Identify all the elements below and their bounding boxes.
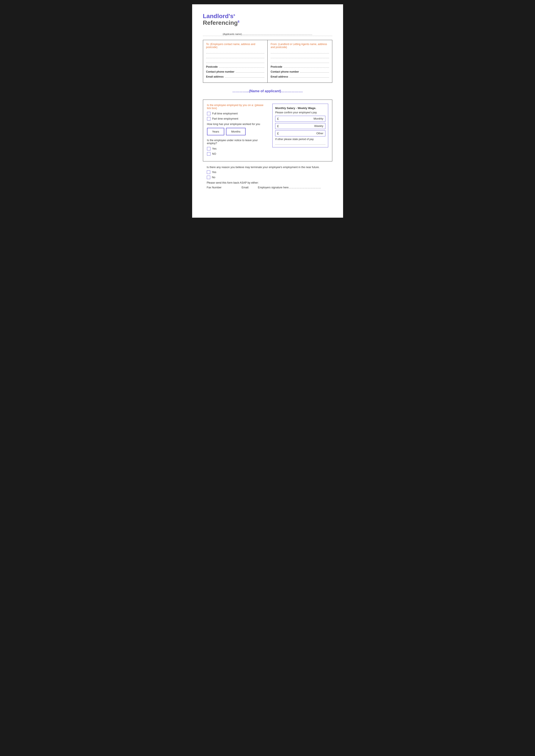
- monthly-label: Monthly: [314, 117, 324, 120]
- name-of-applicant: …………...(Name of applicant)……………….: [203, 89, 332, 93]
- to-phone-row: Contact phone number: [206, 69, 265, 73]
- other-label: Other: [316, 132, 324, 135]
- weekly-pay-box[interactable]: £ Weekly: [275, 123, 325, 129]
- terminate-yes-checkbox[interactable]: [207, 171, 210, 174]
- notice-yes-checkbox[interactable]: [207, 147, 211, 150]
- from-phone-row: Contact phone number: [270, 69, 329, 73]
- salary-title: Monthly Salary - Weekly Wage.: [275, 106, 325, 110]
- years-box[interactable]: Years: [207, 128, 224, 135]
- if-other-dots: [275, 142, 325, 145]
- form-left: Is the employee employed by you on a: (p…: [207, 104, 268, 157]
- from-email-row: Email address: [270, 74, 329, 78]
- weekly-label: Weekly: [314, 124, 323, 127]
- notice-no-row[interactable]: NO: [207, 152, 268, 156]
- salary-box: Monthly Salary - Weekly Wage. Please con…: [272, 104, 328, 148]
- logo-area: Landlord'ss Referencing8: [203, 13, 332, 26]
- bottom-section: Is there any reason you believe may term…: [203, 166, 332, 189]
- months-box[interactable]: Months: [226, 128, 246, 135]
- terminate-question: Is there any reason you believe may term…: [207, 166, 328, 169]
- address-boxes: To: (Employers contact name, address and…: [203, 40, 332, 83]
- logo-referencing: Referencing8: [203, 20, 332, 26]
- other-pound: £: [277, 132, 279, 135]
- from-line1: [270, 50, 329, 53]
- to-box: To: (Employers contact name, address and…: [203, 40, 268, 83]
- from-line3: [270, 60, 329, 63]
- terminate-no-checkbox[interactable]: [207, 176, 210, 179]
- main-form-box: Is the employee employed by you on a: (p…: [203, 99, 332, 161]
- monthly-pound: £: [277, 117, 279, 121]
- notice-question: Is the employee under notice to leave yo…: [207, 139, 268, 145]
- email-label: Email:: [241, 186, 249, 189]
- to-postcode-row: Postcode: [206, 65, 265, 68]
- other-pay-box[interactable]: £ Other: [275, 130, 325, 136]
- terminate-yes-row[interactable]: Yes: [207, 171, 328, 174]
- part-time-checkbox[interactable]: [207, 117, 211, 121]
- employment-question: Is the employee employed by you on a: (p…: [207, 104, 268, 110]
- from-line2: [270, 55, 329, 58]
- sig-label: Employers signature here………………………………: [258, 186, 321, 189]
- salary-subtitle: Please confirm your employee's pay.: [275, 111, 325, 114]
- from-title: From: (Landlord or Letting Agents name, …: [270, 43, 329, 49]
- to-title: To: (Employers contact name, address and…: [206, 43, 265, 49]
- form-inner: Is the employee employed by you on a: (p…: [207, 104, 328, 157]
- applicants-name-line: (Applicants name).......................…: [203, 33, 332, 36]
- to-line1: [206, 50, 265, 53]
- how-long-question: How long has your employee worked for yo…: [207, 122, 268, 126]
- to-line2: [206, 55, 265, 58]
- from-postcode-row: Postcode: [270, 65, 329, 68]
- logo-landlords: Landlord'ss: [203, 13, 332, 20]
- full-time-checkbox[interactable]: [207, 112, 211, 115]
- send-form-text: Please send this form back ASAP by eithe…: [207, 181, 328, 184]
- part-time-row[interactable]: Part time employment: [207, 117, 268, 121]
- to-line3: [206, 60, 265, 63]
- to-email-row: Email address: [206, 74, 265, 78]
- years-months-row: Years Months: [207, 128, 268, 135]
- notice-yes-row[interactable]: Yes: [207, 147, 268, 150]
- from-box: From: (Landlord or Letting Agents name, …: [268, 40, 332, 83]
- weekly-pound: £: [277, 124, 279, 128]
- page: Landlord'ss Referencing8 (Applicants nam…: [192, 4, 343, 218]
- terminate-no-row[interactable]: No: [207, 176, 328, 179]
- notice-no-checkbox[interactable]: [207, 152, 211, 156]
- if-other-text: If other please state period of pay: [275, 138, 325, 141]
- monthly-pay-box[interactable]: £ Monthly: [275, 116, 325, 122]
- fax-label: Fax Number: [207, 186, 222, 189]
- full-time-row[interactable]: Full time employment: [207, 112, 268, 115]
- fax-email-row: Fax Number Email: Employers signature he…: [207, 186, 328, 189]
